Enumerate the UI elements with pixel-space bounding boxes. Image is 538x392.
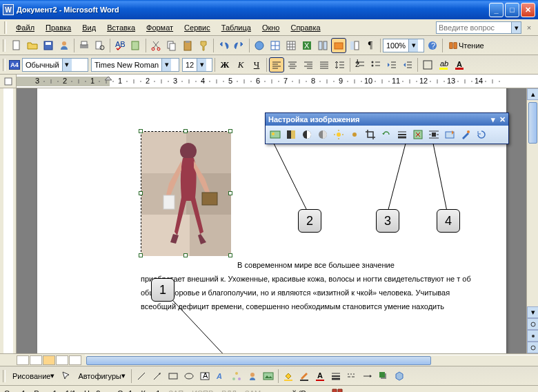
- font-size-combo[interactable]: 12▾: [182, 58, 212, 72]
- align-left-button[interactable]: [269, 57, 284, 72]
- maximize-button[interactable]: □: [505, 3, 519, 17]
- text-wrapping-button[interactable]: [426, 127, 441, 142]
- compress-pictures-button[interactable]: [410, 127, 426, 142]
- align-center-button[interactable]: [285, 57, 300, 72]
- grip-icon[interactable]: [3, 59, 6, 71]
- less-brightness-button[interactable]: [347, 127, 362, 142]
- align-justify-button[interactable]: [317, 57, 332, 72]
- excel-button[interactable]: X: [299, 38, 315, 53]
- save-button[interactable]: [41, 38, 56, 53]
- menu-view[interactable]: Вид: [77, 22, 101, 33]
- menu-window[interactable]: Окно: [257, 22, 285, 33]
- align-right-button[interactable]: [301, 57, 316, 72]
- arrow-style-button[interactable]: [360, 369, 375, 384]
- vertical-ruler[interactable]: [0, 88, 17, 353]
- ruler-corner-icon[interactable]: [0, 75, 17, 88]
- color-mode-button[interactable]: [283, 127, 299, 142]
- scroll-down-icon[interactable]: ▾: [527, 306, 538, 318]
- help-button[interactable]: ?: [425, 38, 440, 53]
- help-search-input[interactable]: [436, 21, 512, 34]
- menu-tools[interactable]: Сервис: [179, 22, 215, 33]
- crop-button[interactable]: [363, 127, 378, 142]
- outline-view-button[interactable]: [56, 355, 68, 365]
- drawing-toggle-button[interactable]: [331, 38, 346, 53]
- menu-format[interactable]: Формат: [141, 22, 178, 33]
- doc-map-button[interactable]: [347, 38, 362, 53]
- reset-picture-button[interactable]: [474, 127, 489, 142]
- show-marks-button[interactable]: ¶: [363, 38, 378, 53]
- minimize-button[interactable]: _: [489, 3, 504, 17]
- print-preview-button[interactable]: [92, 38, 108, 53]
- menu-table[interactable]: Таблица: [217, 22, 256, 33]
- status-ovr[interactable]: ЗАМ: [245, 389, 261, 393]
- picture-toolbar-title[interactable]: Настройка изображения ▾ ✕: [266, 113, 508, 126]
- paste-button[interactable]: [180, 38, 195, 53]
- next-page-icon[interactable]: [527, 342, 538, 353]
- picture-toolbar[interactable]: Настройка изображения ▾ ✕: [265, 112, 509, 144]
- reading-view-button[interactable]: [69, 355, 81, 365]
- new-doc-button[interactable]: [9, 38, 24, 53]
- font-color-button[interactable]: A: [452, 57, 467, 72]
- status-trk[interactable]: ИСПР: [192, 389, 213, 393]
- bold-button[interactable]: Ж: [217, 57, 232, 72]
- select-objects-button[interactable]: [59, 369, 74, 384]
- status-ext[interactable]: ВДЛ: [221, 389, 237, 393]
- print-view-button[interactable]: [43, 355, 55, 365]
- status-rec[interactable]: ЗАП: [168, 389, 183, 393]
- status-lang[interactable]: русский (Ро: [269, 389, 310, 393]
- font-color-draw-button[interactable]: A: [312, 369, 328, 384]
- menu-help[interactable]: Справка: [286, 22, 325, 33]
- status-book-icon[interactable]: [332, 388, 343, 393]
- increase-indent-button[interactable]: [400, 57, 415, 72]
- spelling-button[interactable]: ABC: [112, 38, 128, 53]
- clipart-button[interactable]: [245, 369, 260, 384]
- horizontal-scrollbar[interactable]: [85, 355, 538, 366]
- grip-icon[interactable]: [4, 21, 7, 34]
- toolbar-options-icon[interactable]: ▾: [491, 115, 495, 124]
- research-button[interactable]: [128, 38, 143, 53]
- page-viewport[interactable]: В современном мире все большее значение …: [17, 88, 538, 353]
- oval-tool-button[interactable]: [181, 369, 197, 384]
- zoom-combo[interactable]: 100%▾: [383, 39, 424, 52]
- prev-page-icon[interactable]: [527, 318, 538, 330]
- redo-button[interactable]: [232, 38, 247, 53]
- arrow-tool-button[interactable]: [150, 369, 165, 384]
- highlight-button[interactable]: ab: [436, 57, 451, 72]
- toolbar-close-icon[interactable]: ✕: [499, 115, 506, 124]
- horizontal-ruler[interactable]: 3211234567891011121314: [0, 75, 538, 88]
- read-mode-button[interactable]: Чтение: [445, 38, 488, 53]
- menu-edit[interactable]: Правка: [41, 22, 76, 33]
- insert-picture-button[interactable]: [268, 127, 283, 142]
- style-combo[interactable]: Обычный▾: [22, 58, 88, 72]
- open-button[interactable]: [25, 38, 40, 53]
- menu-insert[interactable]: Вставка: [102, 22, 140, 33]
- browse-object-icon[interactable]: [527, 330, 538, 342]
- rotate-left-button[interactable]: [379, 127, 394, 142]
- bullet-list-button[interactable]: [368, 57, 383, 72]
- dash-style-button[interactable]: [344, 369, 359, 384]
- help-dropdown-icon[interactable]: ▾: [512, 21, 521, 34]
- columns-button[interactable]: [315, 38, 330, 53]
- window-close-doc-icon[interactable]: ×: [524, 23, 534, 32]
- numbered-list-button[interactable]: 12: [352, 57, 368, 72]
- hyperlink-button[interactable]: [252, 38, 267, 53]
- italic-button[interactable]: К: [233, 57, 248, 72]
- font-combo[interactable]: Times New Roman▾: [91, 58, 179, 72]
- textbox-tool-button[interactable]: A: [197, 369, 212, 384]
- shadow-button[interactable]: [376, 369, 391, 384]
- scroll-up-icon[interactable]: ▴: [527, 88, 538, 100]
- rectangle-tool-button[interactable]: [166, 369, 181, 384]
- print-button[interactable]: [77, 38, 92, 53]
- menu-file[interactable]: Файл: [11, 22, 39, 33]
- grip-icon[interactable]: [3, 370, 6, 382]
- 3d-button[interactable]: [392, 369, 407, 384]
- vertical-scrollbar[interactable]: ▴ ▾: [526, 88, 538, 353]
- fill-color-button[interactable]: [281, 369, 296, 384]
- line-tool-button[interactable]: [134, 369, 149, 384]
- underline-button[interactable]: Ч: [249, 57, 264, 72]
- insert-table-button[interactable]: [283, 38, 299, 53]
- draw-menu-button[interactable]: Рисование ▾: [9, 369, 58, 384]
- web-view-button[interactable]: [30, 355, 42, 365]
- tables-borders-button[interactable]: [268, 38, 283, 53]
- wordart-button[interactable]: A: [213, 369, 228, 384]
